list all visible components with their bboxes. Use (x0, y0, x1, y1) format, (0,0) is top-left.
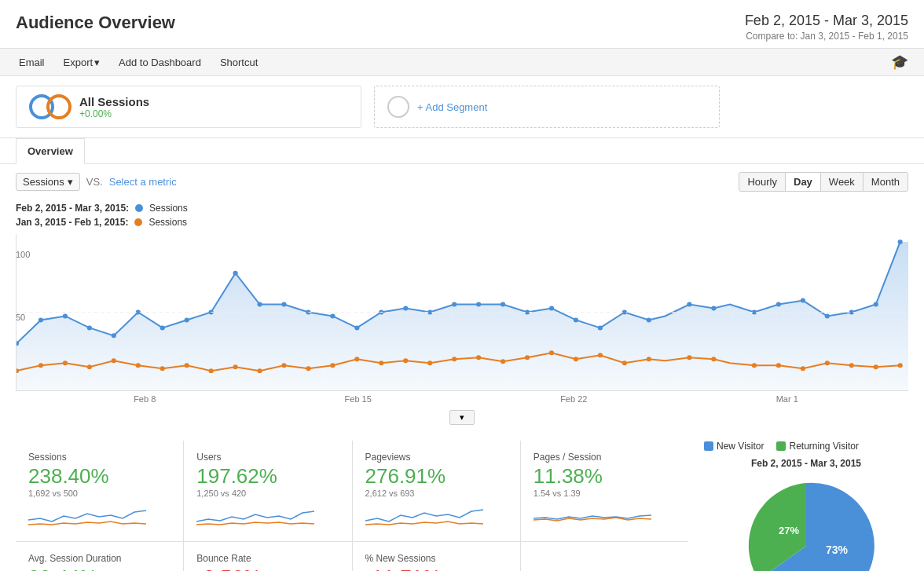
svg-point-72 (898, 363, 903, 368)
add-segment-label: + Add Segment (417, 101, 487, 113)
metric-users: Users 197.62% 1,250 vs 420 (184, 441, 352, 541)
pie-section: New Visitor Returning Visitor Feb 2, 201… (688, 441, 908, 571)
bounce-rate-label: Bounce Rate (196, 553, 339, 564)
pie-returning-pct-label: 27% (779, 525, 799, 536)
svg-point-2 (38, 317, 43, 322)
svg-point-28 (687, 302, 691, 307)
svg-point-45 (209, 368, 214, 373)
pages-session-compare: 1.54 vs 1.39 (534, 489, 676, 498)
svg-point-64 (687, 355, 691, 360)
svg-point-25 (598, 325, 603, 330)
add-circle-icon (387, 96, 409, 118)
avg-duration-label: Avg. Session Duration (28, 553, 170, 564)
svg-point-5 (112, 333, 116, 338)
orange-dot (134, 218, 142, 226)
svg-point-63 (647, 357, 651, 361)
svg-point-31 (776, 302, 781, 307)
svg-point-4 (87, 325, 92, 330)
expand-row: ▾ (0, 407, 924, 428)
metric-dropdown[interactable]: Sessions ▾ (16, 173, 80, 191)
svg-point-66 (752, 363, 757, 368)
x-label-feb22: Feb 22 (560, 394, 587, 404)
svg-point-19 (452, 302, 456, 307)
new-sessions-value: -11.71% (365, 566, 508, 571)
pageviews-mini-chart (365, 504, 483, 528)
svg-point-71 (874, 364, 878, 369)
export-button[interactable]: Export ▾ (60, 55, 104, 70)
svg-point-59 (549, 350, 554, 355)
svg-point-47 (257, 368, 262, 373)
all-sessions-segment[interactable]: All Sessions +0.00% (16, 86, 361, 128)
svg-point-29 (711, 306, 716, 311)
metrics-section: Sessions 238.40% 1,692 vs 500 Users 197.… (0, 428, 924, 571)
svg-point-35 (874, 302, 878, 307)
page-header: Audience Overview Feb 2, 2015 - Mar 3, 2… (0, 0, 924, 48)
month-button[interactable]: Month (863, 172, 908, 192)
date-range-compare: Compare to: Jan 3, 2015 - Feb 1, 2015 (745, 31, 908, 42)
pages-session-value: 11.38% (534, 464, 676, 489)
pageviews-value: 276.91% (365, 464, 508, 489)
svg-point-42 (136, 363, 141, 368)
vs-text: VS. (86, 176, 103, 188)
svg-point-15 (354, 325, 359, 330)
chart-legend: Feb 2, 2015 - Mar 3, 2015: Sessions Jan … (0, 199, 924, 234)
day-button[interactable]: Day (785, 172, 821, 192)
svg-point-33 (825, 313, 830, 318)
svg-point-43 (160, 366, 165, 371)
svg-point-61 (598, 353, 603, 357)
shortcut-button[interactable]: Shortcut (217, 55, 261, 70)
select-metric-link[interactable]: Select a metric (109, 176, 177, 188)
compare-label: Compare to: (746, 31, 798, 42)
users-value: 197.62% (196, 464, 339, 489)
x-label-feb15: Feb 15 (345, 394, 372, 404)
tab-overview[interactable]: Overview (16, 138, 85, 164)
segment-change: +0.00% (79, 108, 149, 119)
svg-point-32 (801, 298, 805, 303)
time-buttons: Hourly Day Week Month (739, 172, 908, 192)
dashboard-button[interactable]: Add to Dashboard (116, 55, 204, 70)
new-visitor-label: New Visitor (717, 441, 764, 452)
users-compare: 1,250 vs 420 (196, 489, 339, 498)
users-label: Users (196, 452, 339, 463)
svg-point-62 (622, 361, 627, 365)
email-button[interactable]: Email (16, 55, 48, 70)
svg-point-65 (711, 357, 716, 361)
svg-point-56 (476, 355, 481, 360)
pie-new-pct-label: 73% (826, 544, 849, 556)
x-label-feb8: Feb 8 (134, 394, 156, 404)
svg-point-58 (525, 355, 530, 360)
legend-date-2: Jan 3, 2015 - Feb 1, 2015: (16, 217, 128, 228)
segment-info: All Sessions +0.00% (79, 95, 149, 119)
legend-metric-1: Sessions (149, 203, 188, 214)
pageviews-compare: 2,612 vs 693 (365, 489, 508, 498)
users-mini-chart (196, 504, 314, 528)
metric-empty (521, 542, 688, 571)
graduation-cap-icon: 🎓 (891, 53, 908, 71)
svg-point-24 (574, 317, 578, 322)
svg-point-23 (549, 306, 554, 311)
x-axis-labels: Feb 8 Feb 15 Feb 22 Mar 1 (0, 391, 924, 407)
svg-marker-0 (16, 242, 908, 390)
svg-point-68 (801, 366, 805, 371)
svg-point-46 (233, 364, 237, 369)
svg-point-53 (403, 358, 408, 363)
legend-metric-2: Sessions (148, 217, 187, 228)
chart-area: 100 50 (0, 234, 924, 391)
week-button[interactable]: Week (820, 172, 864, 192)
add-segment-button[interactable]: + Add Segment (374, 86, 720, 128)
metrics-row-2: Avg. Session Duration 99.44% 00:01:53 vs… (16, 542, 688, 571)
hourly-button[interactable]: Hourly (739, 172, 786, 192)
expand-chart-button[interactable]: ▾ (449, 410, 475, 425)
svg-point-48 (281, 363, 286, 368)
svg-point-69 (825, 361, 830, 365)
toolbar: Email Export ▾ Add to Dashboard Shortcut… (0, 48, 924, 76)
metric-pageviews: Pageviews 276.91% 2,612 vs 693 (353, 441, 521, 541)
segment-circles (29, 94, 72, 119)
svg-point-40 (87, 364, 92, 369)
orange-circle (46, 94, 72, 119)
sessions-label: Sessions (28, 452, 170, 463)
pie-chart: 73% 27% (720, 475, 893, 571)
legend-date-1: Feb 2, 2015 - Mar 3, 2015: (16, 203, 129, 214)
svg-point-8 (185, 317, 189, 322)
svg-point-55 (452, 357, 456, 361)
